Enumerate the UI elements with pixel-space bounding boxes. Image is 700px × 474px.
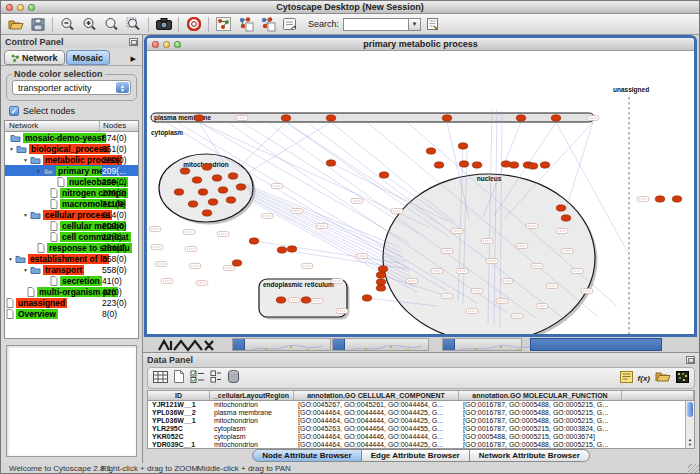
import-attributes-icon[interactable] [655, 369, 671, 387]
save-icon[interactable] [27, 15, 48, 33]
network-node-unselected[interactable] [185, 247, 197, 252]
tree-expander-icon[interactable]: ▼ [23, 212, 30, 218]
minimized-network-window[interactable] [530, 338, 662, 351]
network-node-unselected[interactable] [561, 249, 573, 254]
column-header[interactable]: _cellularLayoutRegion [210, 391, 294, 400]
table-row[interactable]: YLR295Ccytoplasm[GO:0045263, GO:0044464,… [148, 425, 694, 433]
network-node-unselected[interactable] [291, 209, 303, 214]
network-node-selected[interactable] [198, 189, 208, 195]
network-node-selected[interactable] [212, 175, 222, 181]
network-node-selected[interactable] [378, 266, 388, 272]
tree-row[interactable]: macromolecule311(0) [5, 198, 138, 209]
snapshot-icon[interactable] [153, 15, 174, 33]
tree-row[interactable]: ▼cellular process614(0) [5, 209, 138, 220]
tree-row[interactable]: ▼primary metabo209(... [5, 165, 138, 176]
tree-row[interactable]: response to stimulu264(0) [5, 242, 138, 253]
network-node-selected[interactable] [528, 163, 538, 169]
search-dropdown-arrow-icon[interactable]: ▼ [408, 19, 420, 30]
minimized-network-window[interactable] [157, 338, 227, 351]
network-node-selected[interactable] [556, 205, 566, 211]
network-node-selected[interactable] [281, 115, 291, 121]
tree-expander-icon[interactable]: ▼ [8, 256, 15, 262]
network-node-unselected[interactable] [149, 227, 161, 232]
table-row[interactable]: YJR121W__1mitochondrion[GO:0045267, GO:0… [148, 401, 694, 409]
network-node-selected[interactable] [188, 201, 198, 207]
network-node-unselected[interactable] [516, 244, 528, 249]
select-attributes-icon[interactable] [190, 369, 205, 387]
more-tabs-arrow-icon[interactable]: ▶ [131, 55, 139, 65]
table-row[interactable]: YDR039C__1mitochondrion[GO:0044464, GO:0… [148, 441, 694, 449]
network-node-selected[interactable] [326, 115, 336, 121]
network-overview-panel[interactable] [6, 345, 137, 457]
copy-network-icon[interactable] [257, 15, 278, 33]
tree-row[interactable]: secretion41(0) [5, 275, 138, 286]
tab-network[interactable]: Network [4, 50, 65, 65]
network-node-unselected[interactable] [456, 269, 468, 274]
column-header[interactable]: annotation.GO CELLULAR_COMPONENT [294, 391, 459, 400]
network-node-unselected[interactable] [183, 230, 195, 235]
network-node-selected[interactable] [376, 285, 386, 291]
network-node-selected[interactable] [202, 164, 212, 170]
network-zoom-button[interactable] [174, 41, 181, 48]
network-node-selected[interactable] [540, 162, 550, 168]
network-node-selected[interactable] [379, 172, 389, 178]
network-node-unselected[interactable] [571, 269, 583, 274]
network-node-unselected[interactable] [196, 281, 208, 286]
network-node-unselected[interactable] [271, 184, 283, 189]
network-node-unselected[interactable] [151, 245, 163, 250]
tab-edge-attribute-browser[interactable]: Edge Attribute Browser [362, 449, 470, 462]
network-node-unselected[interactable] [223, 266, 235, 271]
zoom-button[interactable] [28, 4, 35, 11]
float-data-panel-icon[interactable] [686, 356, 695, 364]
new-attribute-icon[interactable] [173, 369, 185, 387]
network-node-unselected[interactable] [336, 309, 348, 314]
tree-row[interactable]: unassigned223(0) [5, 297, 138, 308]
network-node-selected[interactable] [218, 187, 228, 193]
network-node-unselected[interactable] [501, 279, 513, 284]
network-node-selected[interactable] [180, 168, 190, 174]
network-node-unselected[interactable] [546, 284, 558, 289]
tree-row[interactable]: mosaic-demo-yeast874(0) [5, 132, 138, 143]
minimize-button[interactable] [17, 4, 24, 11]
network-node-selected[interactable] [249, 238, 259, 244]
column-header[interactable]: annotation.GO MOLECULAR_FUNCTION [459, 391, 622, 400]
network-node-selected[interactable] [516, 115, 526, 121]
zoom-fit-icon[interactable] [101, 15, 122, 33]
network-node-unselected[interactable] [441, 294, 453, 299]
network-node-selected[interactable] [208, 199, 218, 205]
network-node-unselected[interactable] [301, 264, 313, 269]
network-node-unselected[interactable] [587, 116, 599, 121]
network-node-unselected[interactable] [217, 232, 229, 237]
network-minimize-button[interactable] [163, 41, 170, 48]
table-row[interactable]: YKR052Ccytoplasm[GO:0044464, GO:0044446,… [148, 433, 694, 441]
network-canvas[interactable]: plasma membrane cytoplasm mitochondrion … [147, 51, 694, 335]
network-node-unselected[interactable] [406, 279, 418, 284]
network-node-unselected[interactable] [311, 299, 323, 304]
tree-row[interactable]: nucleobase-...209(0) [5, 176, 138, 187]
network-node-selected[interactable] [226, 197, 236, 203]
network-node-unselected[interactable] [536, 304, 548, 309]
network-node-selected[interactable] [192, 177, 202, 183]
resize-grip[interactable] [688, 464, 699, 474]
tree-row[interactable]: multi-organism pro42(0) [5, 286, 138, 297]
tab-mosaic[interactable]: Mosaic [66, 50, 111, 65]
tree-expander-icon[interactable]: ▼ [23, 157, 30, 163]
network-node-selected[interactable] [277, 247, 287, 253]
search-input[interactable] [344, 19, 408, 30]
network-close-button[interactable] [152, 41, 159, 48]
network-node-selected[interactable] [434, 162, 444, 168]
tree-row[interactable]: ▼transport558(0) [5, 264, 138, 275]
network-node-selected[interactable] [326, 160, 336, 166]
network-node-selected[interactable] [232, 260, 242, 266]
scrollbar-thumb[interactable] [687, 402, 693, 417]
network-node-unselected[interactable] [356, 254, 368, 259]
network-node-unselected[interactable] [511, 314, 523, 319]
annotation-icon[interactable] [620, 369, 633, 387]
scrollbar-arrows-icon[interactable]: ▲▼ [686, 437, 694, 447]
network-node-unselected[interactable] [261, 214, 273, 219]
network-node-selected[interactable] [362, 295, 372, 301]
network-node-unselected[interactable] [486, 259, 498, 264]
tree-column-nodes[interactable]: Nodes [100, 121, 126, 131]
network-node-unselected[interactable] [331, 279, 343, 284]
network-node-unselected[interactable] [496, 299, 508, 304]
